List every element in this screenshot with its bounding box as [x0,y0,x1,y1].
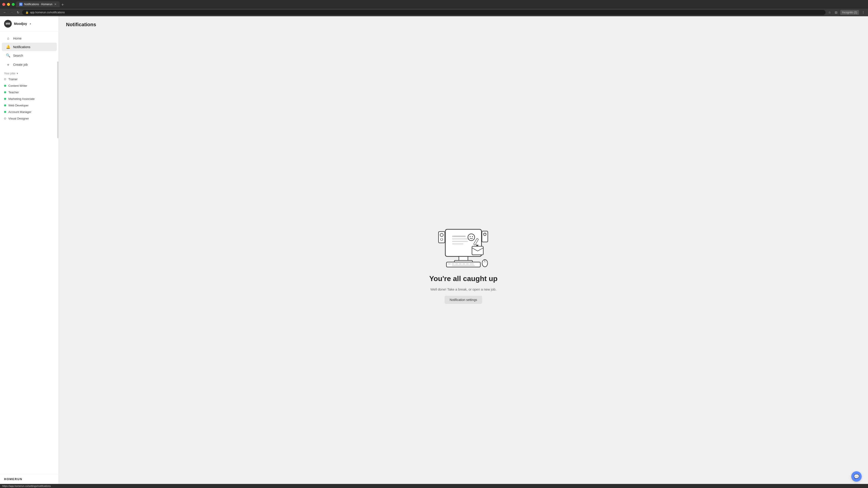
page-header: Notifications [59,16,868,31]
job-label-account-manager: Account Manager [8,110,31,113]
chat-icon: 💬 [854,474,860,479]
your-jobs-chevron: ▾ [17,72,18,75]
job-item-web-developer[interactable]: Web Developer [0,102,59,109]
window-close-button[interactable] [2,3,5,6]
job-dot-account-manager [4,111,6,113]
new-tab-button[interactable]: + [60,2,66,7]
tab-bar: H Notifications · Homerun ✕ + [16,1,866,7]
svg-point-16 [484,234,485,234]
sidebar-nav: ⌂ Home 🔔 Notifications 🔍 Search ＋ Create… [0,31,59,474]
chat-fab-button[interactable]: 💬 [851,471,862,482]
job-dot-web-developer [4,104,6,106]
svg-rect-28 [472,246,483,255]
sidebar-item-search-label: Search [13,54,23,57]
toolbar-actions: ☆ ⊟ Incognito (2) ⋮ [827,10,866,15]
job-label-content-writer: Content Writer [8,84,27,88]
browser-chrome: H Notifications · Homerun ✕ + ← → ↻ 🔒 ap… [0,0,868,16]
job-label-web-developer: Web Developer [8,104,29,107]
svg-rect-3 [452,236,466,237]
content-body: You're all caught up Well done! Take a b… [59,31,868,484]
sidebar-item-notifications-label: Notifications [13,45,30,49]
svg-rect-20 [452,263,454,265]
bell-icon: 🔔 [6,45,10,49]
sidebar-header: MM Moodjoy ▾ [0,16,59,31]
sidebar-item-notifications[interactable]: 🔔 Notifications [2,43,57,51]
back-button[interactable]: ← [2,10,7,15]
app-container: MM Moodjoy ▾ ⌂ Home 🔔 Notifications 🔍 Se… [0,16,868,484]
sidebar-toggle-button[interactable]: ⊟ [834,10,838,15]
window-maximize-button[interactable] [12,3,15,6]
svg-point-11 [440,233,443,236]
your-jobs-header[interactable]: Your jobs ▾ [0,70,59,76]
svg-point-17 [485,234,486,234]
window-minimize-button[interactable] [7,3,10,6]
job-dot-content-writer [4,85,6,87]
sidebar-item-create-job-label: Create job [13,63,28,66]
job-item-teacher[interactable]: Teacher [0,89,59,96]
svg-rect-5 [452,241,468,242]
svg-point-7 [468,234,475,240]
status-url: https://app.homerun.co/settings/notifica… [2,485,51,487]
sidebar: MM Moodjoy ▾ ⌂ Home 🔔 Notifications 🔍 Se… [0,16,59,484]
plus-icon: ＋ [6,62,10,67]
job-item-visual-designer[interactable]: Visual Designer [0,115,59,122]
job-dot-visual-designer [4,118,6,120]
tab-favicon: H [19,3,22,6]
active-tab[interactable]: H Notifications · Homerun ✕ [16,1,60,7]
svg-rect-6 [452,243,463,245]
svg-point-8 [470,236,471,237]
incognito-button[interactable]: Incognito (2) [840,10,859,15]
svg-rect-21 [455,263,458,265]
homerun-logo: HOMERUN [4,477,55,481]
job-dot-trainer [4,78,6,80]
page-title: Notifications [66,22,861,28]
job-label-marketing-associate: Marketing Associate [8,97,35,101]
forward-button[interactable]: → [9,10,14,15]
status-bar: https://app.homerun.co/settings/notifica… [0,484,868,488]
svg-rect-22 [459,263,462,265]
svg-rect-19 [448,263,451,265]
caught-up-title: You're all caught up [429,274,498,283]
bookmark-button[interactable]: ☆ [827,10,832,15]
address-bar[interactable]: 🔒 app.homerun.co/notifications [22,10,826,15]
job-item-marketing-associate[interactable]: Marketing Associate [0,96,59,102]
svg-point-9 [472,236,473,237]
job-label-teacher: Teacher [8,91,19,94]
notification-settings-button[interactable]: Notification settings [445,296,482,304]
svg-rect-4 [452,238,470,239]
sidebar-scrollbar[interactable] [57,61,58,138]
tab-close-icon[interactable]: ✕ [54,3,57,6]
caught-up-subtitle: Well done! Take a break, or open a new j… [430,287,496,291]
job-label-trainer: Trainer [8,77,18,81]
browser-toolbar: ← → ↻ 🔒 app.homerun.co/notifications ☆ ⊟… [0,8,868,16]
svg-point-12 [440,238,443,240]
search-icon: 🔍 [6,53,10,58]
job-label-visual-designer: Visual Designer [8,117,29,120]
main-content: Notifications [59,16,868,484]
home-icon: ⌂ [6,36,10,40]
sidebar-item-home-label: Home [13,37,22,40]
job-item-trainer[interactable]: Trainer [0,76,59,83]
window-controls [2,3,15,6]
avatar: MM [4,20,12,28]
titlebar: H Notifications · Homerun ✕ + [0,0,868,8]
svg-rect-26 [452,265,475,266]
tab-title: Notifications · Homerun [24,3,53,6]
address-text: app.homerun.co/notifications [30,11,65,14]
user-name: Moodjoy [14,22,27,26]
job-dot-teacher [4,91,6,93]
secure-icon: 🔒 [25,11,29,14]
job-item-content-writer[interactable]: Content Writer [0,83,59,89]
menu-button[interactable]: ⋮ [861,10,866,15]
sidebar-item-search[interactable]: 🔍 Search [2,51,57,60]
svg-rect-23 [463,263,465,265]
sidebar-footer: HOMERUN [0,474,59,484]
sidebar-item-create-job[interactable]: ＋ Create job [2,60,57,69]
svg-rect-24 [466,263,469,265]
job-dot-marketing-associate [4,98,6,100]
job-item-account-manager[interactable]: Account Manager [0,109,59,115]
reload-button[interactable]: ↻ [16,10,20,15]
sidebar-item-home[interactable]: ⌂ Home [2,34,57,42]
empty-state-illustration [432,211,495,270]
dropdown-icon[interactable]: ▾ [30,23,31,25]
